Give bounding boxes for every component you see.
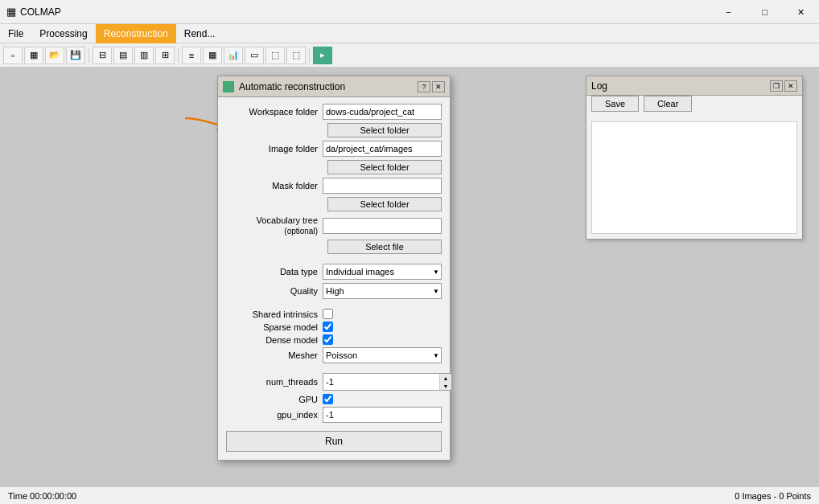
image-folder-row: Image folder (226, 141, 442, 157)
title-bar: ▦ COLMAP − □ ✕ (0, 0, 819, 24)
mask-folder-input[interactable] (323, 178, 442, 194)
maximize-button[interactable]: □ (747, 0, 783, 24)
toolbar-new[interactable]: ▫ (3, 47, 23, 64)
dialog-help-button[interactable]: ? (418, 81, 430, 92)
workspace-select-button[interactable]: Select folder (327, 123, 442, 137)
menu-processing[interactable]: Processing (31, 24, 95, 43)
quality-wrapper: Low Medium High Extreme ▼ (323, 283, 442, 299)
quality-label: Quality (226, 285, 323, 297)
vocab-tree-input[interactable] (323, 218, 442, 234)
gpu-index-input[interactable] (323, 407, 442, 423)
title-bar-controls: − □ ✕ (710, 0, 819, 24)
close-window-button[interactable]: ✕ (783, 0, 819, 24)
toolbar-rect[interactable]: ▭ (245, 47, 264, 64)
spinbox-buttons: ▲ ▼ (439, 374, 451, 390)
dialog-icon (223, 81, 234, 92)
quality-select[interactable]: Low Medium High Extreme (323, 283, 442, 299)
mask-select-button[interactable]: Select folder (327, 197, 442, 211)
toolbar-grid2[interactable]: ▥ (134, 47, 154, 64)
menu-file[interactable]: File (0, 24, 31, 43)
dense-model-row: Dense model (226, 334, 442, 345)
gpu-label: GPU (226, 395, 323, 404)
data-type-select[interactable]: Individual images Video frames Internet … (323, 264, 442, 280)
status-time: Time 00:00:00:00 (8, 491, 76, 501)
dialog-title: Automatic reconstruction (239, 81, 418, 92)
toolbar-list[interactable]: ▤ (113, 47, 133, 64)
mesher-row: Mesher Poisson Delaunay ▼ (226, 347, 442, 363)
toolbar: ▫ ▦ 📂 💾 ⊟ ▤ ▥ ⊞ ≡ ▦ 📊 ▭ ⬚ ⬚ ▸ (0, 43, 819, 68)
log-close-button[interactable]: ✕ (784, 80, 797, 92)
dialog-body: Workspace folder Select folder Image fol… (218, 97, 450, 460)
toolbar-box1[interactable]: ⬚ (265, 47, 285, 64)
mask-folder-row: Mask folder (226, 178, 442, 194)
log-clear-button[interactable]: Clear (644, 96, 692, 112)
data-type-row: Data type Individual images Video frames… (226, 264, 442, 280)
log-buttons: Save Clear (586, 96, 802, 117)
gpu-index-label: gpu_index (226, 409, 323, 420)
num-threads-spinbox: ▲ ▼ (323, 373, 452, 391)
reconstruction-dialog: Automatic reconstruction ? ✕ Workspace f… (217, 76, 451, 461)
vocab-select-button[interactable]: Select file (327, 240, 442, 254)
gpu-index-row: gpu_index (226, 407, 442, 423)
image-folder-label: Image folder (226, 143, 323, 154)
shared-intrinsics-row: Shared intrinsics (226, 309, 442, 319)
gpu-row: GPU (226, 394, 442, 404)
toolbar-grid3[interactable]: ▦ (203, 47, 222, 64)
minimize-button[interactable]: − (710, 0, 747, 24)
app-title: COLMAP (20, 6, 61, 18)
log-title-bar: Log ❐ ✕ (586, 76, 802, 96)
dialog-close-button[interactable]: ✕ (432, 81, 445, 92)
log-save-button[interactable]: Save (591, 96, 639, 112)
toolbar-open[interactable]: 📂 (45, 47, 64, 64)
log-window: Log ❐ ✕ Save Clear (586, 76, 803, 240)
toolbar-sep1 (88, 48, 89, 63)
log-content (591, 121, 797, 234)
toolbar-sep3 (309, 48, 310, 63)
log-controls: ❐ ✕ (770, 80, 797, 92)
status-bar: Time 00:00:00:00 0 Images - 0 Points (0, 486, 819, 504)
spinbox-up-button[interactable]: ▲ (440, 374, 451, 382)
app-icon: ▦ (6, 6, 16, 18)
menu-bar: File Processing Reconstruction Rend... (0, 24, 819, 43)
shared-intrinsics-checkbox[interactable] (323, 309, 333, 319)
toolbar-grid[interactable]: ▦ (24, 47, 43, 64)
menu-render[interactable]: Rend... (176, 24, 224, 43)
data-type-label: Data type (226, 266, 323, 277)
status-images: 0 Images - 0 Points (735, 491, 811, 501)
log-restore-button[interactable]: ❐ (770, 80, 783, 92)
workspace-folder-row: Workspace folder (226, 104, 442, 120)
dense-model-checkbox[interactable] (323, 334, 333, 345)
run-button[interactable]: Run (226, 431, 442, 452)
data-type-wrapper: Individual images Video frames Internet … (323, 264, 442, 280)
sparse-model-label: Sparse model (226, 322, 323, 332)
toolbar-play[interactable]: ▸ (313, 47, 332, 64)
toolbar-save[interactable]: 💾 (66, 47, 85, 64)
log-title: Log (591, 80, 770, 92)
gpu-checkbox[interactable] (323, 394, 333, 404)
quality-row: Quality Low Medium High Extreme ▼ (226, 283, 442, 299)
toolbar-chart[interactable]: 📊 (224, 47, 243, 64)
vocab-select-row: Select file (226, 240, 442, 254)
sparse-model-row: Sparse model (226, 322, 442, 332)
sparse-model-checkbox[interactable] (323, 322, 333, 332)
dialog-title-bar: Automatic reconstruction ? ✕ (218, 76, 450, 97)
workspace-folder-input[interactable] (323, 104, 442, 120)
num-threads-input[interactable] (323, 374, 439, 390)
vocab-tree-row: Vocabulary tree (optional) (226, 215, 442, 236)
mask-folder-label: Mask folder (226, 180, 323, 191)
toolbar-minus[interactable]: ⊟ (93, 47, 112, 64)
toolbar-plus[interactable]: ⊞ (155, 47, 175, 64)
image-select-row: Select folder (226, 160, 442, 174)
image-select-button[interactable]: Select folder (327, 160, 442, 174)
shared-intrinsics-label: Shared intrinsics (226, 309, 323, 319)
toolbar-equal[interactable]: ≡ (182, 47, 201, 64)
image-folder-input[interactable] (323, 141, 442, 157)
toolbar-box2[interactable]: ⬚ (286, 47, 306, 64)
dialog-controls: ? ✕ (418, 81, 445, 92)
spinbox-down-button[interactable]: ▼ (440, 382, 451, 390)
mesher-wrapper: Poisson Delaunay ▼ (323, 347, 442, 363)
mask-select-row: Select folder (226, 197, 442, 211)
menu-reconstruction[interactable]: Reconstruction (96, 24, 176, 43)
mesher-select[interactable]: Poisson Delaunay (323, 347, 442, 363)
num-threads-row: num_threads ▲ ▼ (226, 373, 442, 391)
